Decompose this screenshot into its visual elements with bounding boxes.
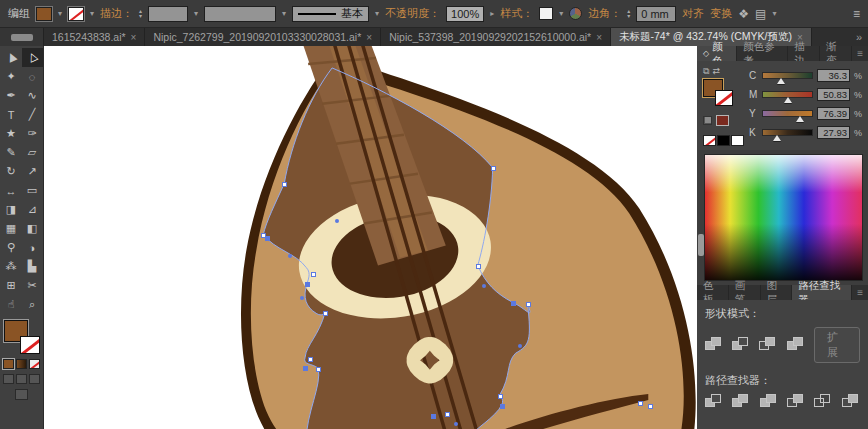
stroke-weight-stepper[interactable]: ▴▾ <box>139 9 142 19</box>
fill-stroke-proxy[interactable] <box>4 320 40 354</box>
eyedropper-tool[interactable]: ⚲ <box>1 238 22 257</box>
perspective-grid-tool[interactable]: ⊿ <box>22 200 43 219</box>
trim-button[interactable] <box>732 394 750 410</box>
stroke-color-swatch[interactable] <box>68 7 84 21</box>
direct-selection-tool[interactable]: ▷ <box>22 48 43 67</box>
direction-handle[interactable] <box>482 284 486 288</box>
gradient-mode-button[interactable] <box>16 359 27 369</box>
fill-color-swatch[interactable] <box>36 7 52 21</box>
brush-definition-select[interactable]: 基本 <box>292 6 369 22</box>
document-tab[interactable]: Nipic_537398_20190929202152610000.ai*× <box>381 28 611 46</box>
shape-tool[interactable]: ★ <box>1 124 22 143</box>
panel-fill-stroke-proxy[interactable] <box>703 79 737 109</box>
tools-panel-header[interactable] <box>0 28 44 46</box>
merge-button[interactable] <box>760 394 778 410</box>
anchor-point[interactable] <box>305 282 310 287</box>
style-swatch[interactable] <box>539 7 553 20</box>
crop-button[interactable] <box>787 394 805 410</box>
panel-tab[interactable]: ◇颜色 <box>697 46 737 61</box>
panel-tab[interactable]: 图层 <box>761 285 793 300</box>
anchor-point[interactable] <box>303 366 308 371</box>
brush-dropdown-icon[interactable]: ▾ <box>375 9 379 18</box>
type-tool[interactable]: T <box>1 105 22 124</box>
free-transform-tool[interactable]: ▭ <box>22 181 43 200</box>
selection-tool[interactable]: ▶ <box>1 48 22 67</box>
panel-tab[interactable]: 画笔 <box>729 285 761 300</box>
slider-thumb[interactable] <box>796 116 804 122</box>
stroke-proxy-swatch[interactable] <box>20 336 40 354</box>
divide-button[interactable] <box>705 394 723 410</box>
style-dropdown-icon[interactable]: ▾ <box>559 9 563 18</box>
transform-label[interactable]: 变换 <box>710 6 732 21</box>
anchor-point[interactable] <box>476 264 481 269</box>
direction-handle[interactable] <box>300 296 304 300</box>
fill-dropdown-icon[interactable]: ▾ <box>58 9 62 18</box>
opacity-label[interactable]: 不透明度： <box>385 6 440 21</box>
recolor-artwork-icon[interactable] <box>569 7 582 20</box>
stroke-weight-dropdown-icon[interactable]: ▾ <box>194 9 198 18</box>
symbol-sprayer-tool[interactable]: ⁂ <box>1 257 22 276</box>
out-of-gamut-warning-icon[interactable] <box>703 116 712 125</box>
close-tab-icon[interactable]: × <box>366 32 372 43</box>
anchor-point[interactable] <box>308 357 313 362</box>
in-gamut-color-swatch[interactable] <box>716 115 729 126</box>
anchor-point[interactable] <box>511 301 516 306</box>
select-similar-dropdown-icon[interactable]: ▾ <box>772 9 776 18</box>
stroke-dropdown-icon[interactable]: ▾ <box>90 9 94 18</box>
lasso-tool[interactable]: ◌ <box>22 67 43 86</box>
channel-value-field[interactable]: 27.93 <box>817 126 850 139</box>
screen-mode-button[interactable] <box>15 389 28 400</box>
anchor-point[interactable] <box>265 236 270 241</box>
draw-normal-button[interactable] <box>3 374 14 384</box>
channel-value-field[interactable]: 50.83 <box>817 88 850 101</box>
anchor-point[interactable] <box>431 414 436 419</box>
anchor-point[interactable] <box>638 401 643 406</box>
style-label[interactable]: 样式： <box>500 6 533 21</box>
anchor-point[interactable] <box>500 404 505 409</box>
eraser-tool[interactable]: ▱ <box>22 143 43 162</box>
unite-button[interactable] <box>705 337 723 353</box>
control-panel-menu-icon[interactable]: ≡ <box>853 7 860 21</box>
slider-thumb[interactable] <box>777 78 785 84</box>
none-mode-button[interactable] <box>29 359 40 369</box>
profile-dropdown-icon[interactable]: ▾ <box>282 9 286 18</box>
document-tab[interactable]: 1615243838.ai*× <box>44 28 145 46</box>
anchor-point[interactable] <box>498 394 503 399</box>
dock-collapse-grip[interactable] <box>698 234 704 256</box>
tab-overflow-icon[interactable]: » <box>850 28 868 46</box>
isolate-selected-object-icon[interactable]: ❖ <box>738 7 749 21</box>
black-swatch[interactable] <box>717 135 730 146</box>
anchor-point[interactable] <box>491 166 496 171</box>
rotate-tool[interactable]: ↻ <box>1 162 22 181</box>
shape-builder-tool[interactable]: ◨ <box>1 200 22 219</box>
anchor-point[interactable] <box>526 302 531 307</box>
exclude-button[interactable] <box>787 337 805 353</box>
channel-slider[interactable] <box>762 129 813 136</box>
paintbrush-tool[interactable]: ✑ <box>22 124 43 143</box>
mesh-tool[interactable]: ▦ <box>1 219 22 238</box>
anchor-point[interactable] <box>323 311 328 316</box>
expand-button[interactable]: 扩展 <box>814 327 860 363</box>
stroke-weight-label[interactable]: 描边： <box>100 6 133 21</box>
blend-tool[interactable]: ◑ <box>22 238 43 257</box>
column-graph-tool[interactable]: ▙ <box>22 257 43 276</box>
color-mode-button[interactable] <box>3 359 14 369</box>
intersect-button[interactable] <box>759 337 777 353</box>
direction-handle[interactable] <box>288 254 292 258</box>
anchor-point[interactable] <box>311 272 316 277</box>
corner-field[interactable]: 0 mm <box>636 6 676 22</box>
swap-fill-stroke-icon[interactable]: ⇄ <box>712 66 723 76</box>
direction-handle[interactable] <box>518 344 522 348</box>
magic-wand-tool[interactable]: ✦ <box>1 67 22 86</box>
anchor-point[interactable] <box>282 182 287 187</box>
channel-value-field[interactable]: 36.3 <box>817 69 850 82</box>
channel-slider[interactable] <box>762 110 813 117</box>
close-tab-icon[interactable]: × <box>596 32 602 43</box>
panel-tab[interactable]: 色板 <box>697 285 729 300</box>
panel-tab[interactable]: 渐变 <box>820 46 852 61</box>
hand-tool[interactable]: ☝ <box>1 295 22 314</box>
pencil-tool[interactable]: ✎ <box>1 143 22 162</box>
panel-tab[interactable]: 颜色参考 <box>737 46 788 61</box>
align-label[interactable]: 对齐 <box>682 6 704 21</box>
corner-stepper[interactable]: ▴▾ <box>627 9 630 19</box>
